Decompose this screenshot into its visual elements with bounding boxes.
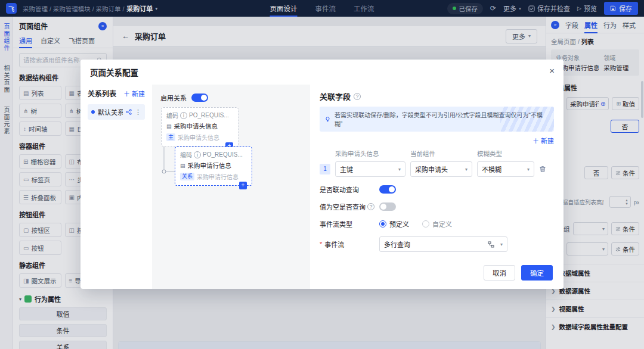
confirm-button[interactable]: 确定 [521,265,553,281]
radio-on-icon [379,220,386,228]
relation-config-modal: 页面关系配置 × 关系列表 ＋ 新建 默认关系1 ⋮ 启用关系 [80,60,564,289]
new-field-link[interactable]: ＋ 新建 [532,136,554,145]
info-icon: i [180,112,187,119]
chevron-down-icon: ▾ [398,167,401,172]
radio-predefined[interactable]: 预定义 [379,219,409,229]
primary-tag: 主 [166,133,175,141]
table-icon: ▤ [180,163,185,169]
enable-relation-label: 启用关系 [160,93,187,102]
new-relation-link[interactable]: ＋ 新建 [123,89,145,98]
chevron-down-icon: ▾ [465,167,467,172]
cancel-button[interactable]: 取消 [484,265,515,281]
flow-icon[interactable] [488,241,494,248]
relation-list-panel: 关系列表 ＋ 新建 默认关系1 ⋮ [80,85,152,289]
info-icon: i [194,151,201,158]
linked-query-toggle[interactable] [379,185,396,194]
fuzzy-select[interactable]: 不模糊▾ [477,161,534,177]
relation-canvas: 启用关系 编码 i PO_REQUIS... ▤采购申请头信息 主 采购申请头信… [152,85,310,289]
required-mark: * [320,241,322,248]
column-header: 模糊类型 [477,149,534,158]
add-node-icon[interactable]: + [239,182,247,189]
chevron-down-icon: ▾ [500,242,503,247]
bulb-icon [324,116,331,123]
chevron-down-icon: ▾ [527,167,530,172]
relation-list-item[interactable]: 默认关系1 ⋮ [88,104,145,120]
close-icon[interactable]: × [549,66,555,75]
column-header: 当前组件 [410,149,472,158]
modal-title: 页面关系配置 [80,60,564,85]
empty-query-row: 值为空是否查询? [320,202,554,211]
component-select[interactable]: 采购申请头▾ [410,161,472,177]
node-line-entity[interactable]: 编码 i PO_REQUIS... ▤采购申请行信息 关系 采购申请行信息 + [175,147,252,186]
flow-type-label: 事件流类型 [320,219,374,229]
event-flow-label: 事件流 [324,239,344,249]
relation-list-title: 关系列表 [88,88,116,98]
table-icon: ▤ [166,123,172,129]
enable-relation-toggle[interactable] [191,94,208,102]
info-icon: ? [354,93,361,100]
related-fields-panel: 关联字段 ? 若需实现联动保存/删除，字段类型不可为引用/公式字段且模糊查询仅可… [310,85,564,289]
radio-custom[interactable]: 自定义 [422,219,452,229]
empty-query-toggle[interactable] [379,202,396,211]
linked-query-row: 是否联动查询 [320,185,554,194]
more-vertical-icon[interactable]: ⋮ [135,108,141,116]
related-fields-title: 关联字段 [320,91,351,102]
field-mapping-row: 1 主键▾ 采购申请头▾ 不模糊▾ [320,161,554,177]
active-dot-icon [91,110,95,114]
node-header-entity[interactable]: 编码 i PO_REQUIS... ▤采购申请头信息 主 采购申请头信息 + [161,107,239,147]
event-flow-select[interactable]: 多行查询 ▾ [379,236,507,252]
relation-tag: 关系 [180,173,194,180]
column-header: 采购申请头信息 [335,149,405,158]
radio-off-icon [422,220,429,228]
info-icon: ? [367,203,374,210]
flow-type-row: 事件流类型 预定义 自定义 [320,219,554,229]
tip-text: 若需实现联动保存/删除，字段类型不可为引用/公式字段且模糊查询仅可为“不模糊” [335,110,549,128]
relation-graph-icon[interactable] [126,109,132,115]
linked-query-label: 是否联动查询 [320,185,374,194]
event-flow-row: *事件流 多行查询 ▾ [320,236,554,252]
delete-row-icon[interactable] [539,166,549,173]
field-select[interactable]: 主键▾ [335,161,405,177]
row-index-badge: 1 [320,164,330,174]
tip-banner: 若需实现联动保存/删除，字段类型不可为引用/公式字段且模糊查询仅可为“不模糊” [320,107,554,132]
